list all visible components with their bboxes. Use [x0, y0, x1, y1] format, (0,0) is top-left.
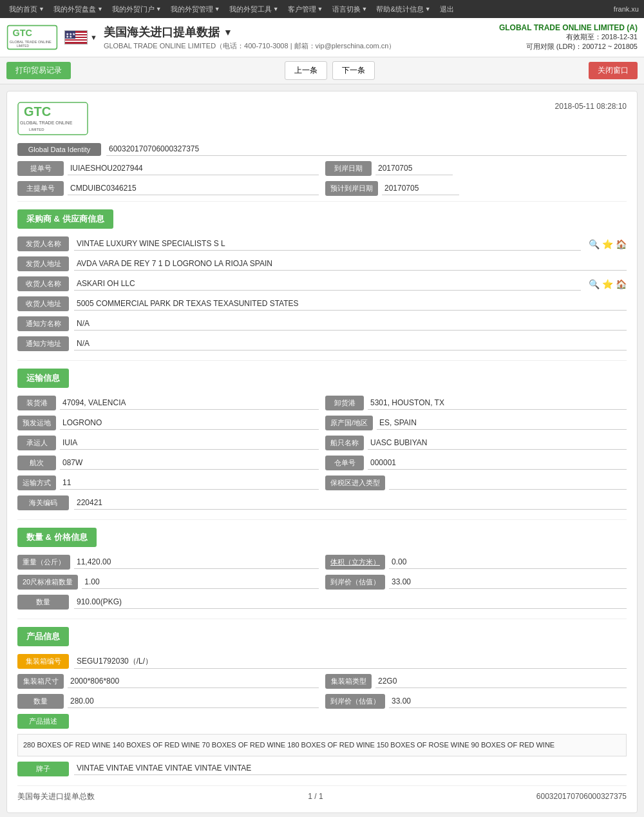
next-button-top[interactable]: 下一条 [332, 61, 375, 80]
loading-port-value: 47094, VALENCIA [60, 397, 319, 410]
carrier-label: 承运人 [17, 436, 56, 450]
toolbar-center: 上一条 下一条 [285, 61, 375, 80]
ports-row: 装货港 47094, VALENCIA 卸货港 5301, HOUSTON, T… [17, 396, 627, 410]
logo-area: GTC GLOBAL TRADE ONLINE LIMITED [6, 22, 58, 53]
consignee-name-value: ASKARI OH LLC [74, 278, 581, 291]
hs-code-label: 海关编码 [17, 495, 69, 510]
page-title: 美国海关进口提单数据 ▼ [104, 24, 396, 40]
arrival-date-group: 到岸日期 20170705 [325, 161, 627, 176]
voyage-value: 087W [60, 457, 319, 470]
shipper-star-icon[interactable]: ⭐ [602, 239, 613, 249]
est-arrival-label: 预计到岸日期 [325, 181, 378, 196]
main-bill-group: 主提单号 CMDUIBC0346215 [17, 181, 319, 196]
main-bill-est-row: 主提单号 CMDUIBC0346215 预计到岸日期 20170705 [17, 181, 627, 196]
weight-group: 重量（公斤） 11,420.00 [17, 555, 319, 570]
right-company-name: GLOBAL TRADE ONLINE LIMITED (A) [499, 23, 638, 32]
toolbar-left: 打印贸易记录 [6, 62, 71, 79]
nav-home[interactable]: 我的首页 ▼ [5, 5, 48, 14]
doc-datetime: 2018-05-11 08:28:10 [555, 102, 627, 111]
title-area: 美国海关进口提单数据 ▼ GLOBAL TRADE ONLINE LIMITED… [104, 24, 396, 51]
main-content: GTC GLOBAL TRADE ONLINE LIMITED 2018-05-… [0, 84, 644, 817]
container-no-label: 集装箱编号 [17, 654, 69, 669]
close-button-top[interactable]: 关闭窗口 [589, 62, 638, 79]
vessel-value: UASC BUBIYAN [368, 437, 627, 450]
shipper-search-icon[interactable]: 🔍 [589, 239, 600, 249]
container-type-value: 22G0 [375, 675, 627, 688]
prod-desc-title-row: 产品描述 [17, 714, 627, 729]
est-arrival-group: 预计到岸日期 20170705 [325, 181, 627, 196]
footer-id: 600320170706000327375 [536, 792, 627, 801]
nav-manage[interactable]: 我的外贸管理 ▼ [167, 5, 224, 14]
origin-country-value: ES, SPAIN [377, 417, 627, 430]
nav-clients-arrow: ▼ [317, 6, 323, 12]
warehouse-group: 仓单号 000001 [325, 456, 627, 470]
notify-addr-row: 通知方地址 N/A [17, 336, 627, 351]
top-toolbar: 打印贸易记录 上一条 下一条 关闭窗口 [0, 57, 644, 84]
svg-text:LIMITED: LIMITED [17, 44, 29, 48]
validity-date: 有效期至：2018-12-31 [499, 32, 638, 42]
svg-text:LIMITED: LIMITED [29, 128, 44, 131]
flag-dropdown-icon[interactable]: ▼ [90, 34, 97, 41]
document-card: GTC GLOBAL TRADE ONLINE LIMITED 2018-05-… [6, 91, 638, 813]
nav-help[interactable]: 帮助&统计信息 ▼ [372, 5, 434, 14]
est-arrival-value: 20170705 [382, 182, 459, 195]
print-button-top[interactable]: 打印贸易记录 [6, 62, 71, 79]
title-dropdown-icon[interactable]: ▼ [223, 27, 232, 37]
container-no-value: SEGU1792030（/L/） [74, 655, 627, 669]
container-20-label: 20尺标准箱数量 [17, 575, 78, 590]
shipper-home-icon[interactable]: 🏠 [616, 239, 627, 249]
nav-portal-arrow: ▼ [156, 6, 162, 12]
footer-label: 美国每关进口提单总数 [17, 791, 95, 802]
consignee-search-icon[interactable]: 🔍 [589, 279, 600, 289]
weight-label: 重量（公斤） [17, 555, 70, 570]
user-name: frank.xu [614, 5, 639, 13]
nav-tools-arrow: ▼ [273, 6, 279, 12]
hs-code-row: 海关编码 220421 [17, 495, 627, 510]
svg-text:GLOBAL TRADE ONLINE: GLOBAL TRADE ONLINE [20, 120, 73, 125]
nav-clients[interactable]: 客户管理 ▼ [284, 5, 327, 14]
prod-desc-text: 280 BOXES OF RED WINE 140 BOXES OF RED W… [17, 734, 627, 756]
loading-port-group: 装货港 47094, VALENCIA [17, 396, 319, 410]
nav-language-arrow: ▼ [362, 6, 368, 12]
prod-price-label: 到岸价（估值） [325, 694, 385, 709]
pre-transport-group: 预发运地 LOGRONO [17, 416, 319, 430]
nav-manage-arrow: ▼ [214, 6, 220, 12]
voyage-group: 航次 087W [17, 456, 319, 470]
prev-button-top[interactable]: 上一条 [285, 61, 327, 80]
nav-tools[interactable]: 我的外贸工具 ▼ [225, 5, 283, 14]
warehouse-label: 仓单号 [325, 456, 364, 470]
container-20-value: 1.00 [82, 576, 319, 589]
nav-help-arrow: ▼ [425, 6, 431, 12]
quantity-label: 数量 [17, 595, 69, 610]
nav-logout[interactable]: 退出 [436, 5, 458, 14]
brand-row: 牌子 VINTAE VINTAE VINTAE VINTAE VINTAE VI… [17, 762, 627, 776]
consignee-addr-value: 5005 COMMERCIAL PARK DR TEXAS TEXASUNITE… [74, 298, 627, 311]
consignee-star-icon[interactable]: ⭐ [602, 279, 613, 289]
container-size-value: 2000*806*800 [68, 675, 319, 688]
container-size-type-row: 集装箱尺寸 2000*806*800 集装箱类型 22G0 [17, 674, 627, 689]
container-type-label: 集装箱类型 [325, 674, 372, 689]
container-no-row: 集装箱编号 SEGU1792030（/L/） [17, 654, 627, 669]
prod-quantity-group: 数量 280.00 [17, 694, 319, 709]
carrier-group: 承运人 IUIA [17, 436, 319, 450]
nav-language[interactable]: 语言切换 ▼ [328, 5, 372, 14]
nav-exports-arrow: ▼ [97, 6, 103, 12]
nav-portal[interactable]: 我的外贸门户 ▼ [108, 5, 166, 14]
nav-exports[interactable]: 我的外贸盘盘 ▼ [50, 5, 107, 14]
prod-price-value: 33.00 [389, 695, 627, 708]
volume-label[interactable]: 体积（立方米） [325, 555, 385, 570]
landing-price-group: 到岸价（估值） 33.00 [325, 575, 627, 590]
transport-section-header: 运输信息 [17, 369, 69, 388]
unloading-port-value: 5301, HOUSTON, TX [368, 397, 627, 410]
origin-country-label: 原产国/地区 [325, 416, 373, 430]
shipper-name-value: VINTAE LUXURY WINE SPECIALISTS S L [74, 238, 581, 251]
top-navigation: 我的首页 ▼ 我的外贸盘盘 ▼ 我的外贸门户 ▼ 我的外贸管理 ▼ 我的外贸工具… [0, 0, 644, 18]
transport-mode-label: 运输方式 [17, 476, 56, 490]
flag-area: ★★★ ★★ ▼ [64, 30, 97, 44]
main-bill-label: 主提单号 [17, 181, 64, 196]
global-data-identity-row: Global Data Identity 6003201707060003273… [17, 143, 627, 156]
consignee-home-icon[interactable]: 🏠 [616, 279, 627, 289]
hs-code-value: 220421 [74, 497, 627, 510]
supplier-section: 采购商 & 供应商信息 发货人名称 VINTAE LUXURY WINE SPE… [17, 207, 627, 351]
pre-origin-row: 预发运地 LOGRONO 原产国/地区 ES, SPAIN [17, 416, 627, 430]
